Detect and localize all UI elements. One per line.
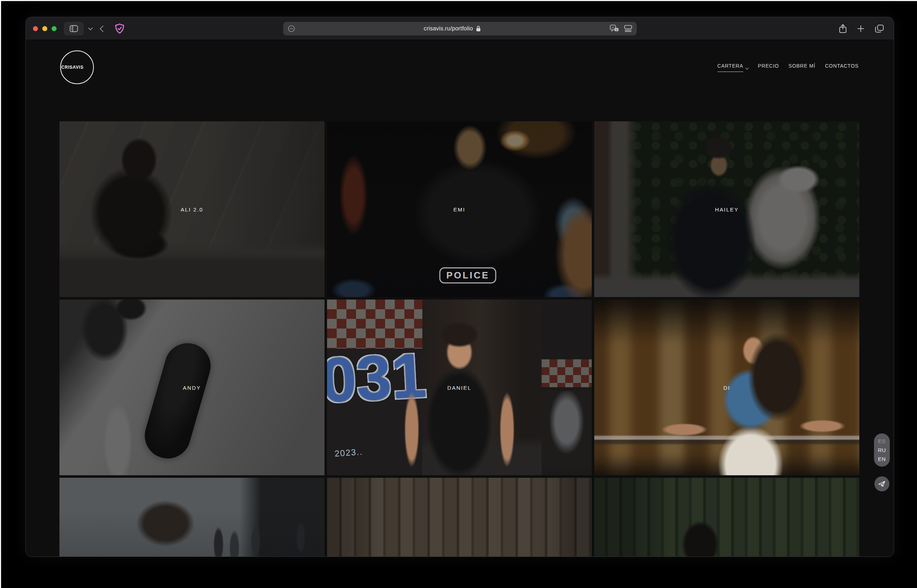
shield-check-icon <box>115 23 125 34</box>
tile-name: EMI <box>327 206 592 212</box>
nav-item-precio[interactable]: PRECIO <box>758 63 779 69</box>
skateboard-shape <box>139 338 216 464</box>
tile-name: ALI 2.0 <box>60 206 324 212</box>
language-option-ru[interactable]: RU <box>878 447 886 453</box>
portfolio-tile-ali[interactable]: ALI 2.0 <box>60 121 324 297</box>
address-bar[interactable]: crisavis.ru/portfolio A 文 <box>283 22 637 36</box>
translate-icon: A 文 <box>609 24 619 33</box>
site-logo-text: CRISAVIS <box>61 65 83 70</box>
zoom-button[interactable] <box>52 26 57 31</box>
toolbar-right-group <box>839 17 885 40</box>
nav-label: PRECIO <box>758 63 779 69</box>
svg-text:文: 文 <box>615 28 618 31</box>
tab-overview-button[interactable] <box>874 24 885 33</box>
window-controls <box>33 26 57 31</box>
screenshot-canvas: crisavis.ru/portfolio A 文 <box>0 0 917 588</box>
nav-item-sobre-mi[interactable]: SOBRE MÍ <box>788 63 815 69</box>
telegram-contact-button[interactable] <box>874 477 889 491</box>
tile-name: ANDY <box>60 384 324 391</box>
portfolio-tile-hailey[interactable]: HAILEY <box>594 121 859 297</box>
reader-format-icon <box>624 25 632 32</box>
portfolio-tile-row3-right[interactable] <box>594 478 859 557</box>
sidebar-icon <box>70 25 78 32</box>
svg-text:A: A <box>611 26 614 29</box>
nav-label: CARTERA <box>718 63 743 72</box>
portfolio-page: CRISAVIS CARTERA PRECIO SOBRE MÍ CONTACT… <box>26 40 894 557</box>
portfolio-tile-emi[interactable]: POLICE EMI <box>327 121 592 297</box>
nav-item-cartera[interactable]: CARTERA <box>718 63 748 72</box>
close-button[interactable] <box>33 26 38 31</box>
language-option-es[interactable]: ES <box>878 438 886 444</box>
photo-text: POLICE <box>439 267 496 283</box>
nav-label: SOBRE MÍ <box>788 63 815 69</box>
sidebar-dropdown-chevron-icon[interactable] <box>88 26 93 31</box>
language-option-en[interactable]: EN <box>878 456 886 462</box>
portfolio-tile-row3-left[interactable] <box>60 478 324 557</box>
tile-name: DI <box>594 384 859 391</box>
browser-toolbar: crisavis.ru/portfolio A 文 <box>26 17 894 40</box>
plus-icon <box>857 24 865 33</box>
nav-item-contactos[interactable]: CONTACTOS <box>825 63 859 69</box>
paper-plane-icon <box>878 480 886 488</box>
lock-icon <box>476 26 481 32</box>
toolbar-left-group <box>64 17 125 40</box>
back-button[interactable] <box>100 26 106 32</box>
portfolio-tile-di[interactable]: DI <box>594 300 859 475</box>
language-switcher: ES RU EN <box>874 433 890 467</box>
sidebar-toggle-button[interactable] <box>64 22 84 36</box>
share-icon <box>839 24 847 34</box>
browser-window: crisavis.ru/portfolio A 文 <box>26 17 894 557</box>
tile-name: HAILEY <box>594 206 859 212</box>
page-menu-button[interactable] <box>287 25 295 32</box>
extension-button[interactable] <box>115 23 125 34</box>
site-logo[interactable]: CRISAVIS <box>60 50 94 84</box>
nav-label: CONTACTOS <box>825 63 859 69</box>
main-nav: CARTERA PRECIO SOBRE MÍ CONTACTOS <box>718 63 859 72</box>
tile-name: DANIEL <box>327 384 592 391</box>
portfolio-grid: ALI 2.0 POLICE EMI HAILEY ANDY 031 202 <box>60 121 859 557</box>
share-button[interactable] <box>839 24 847 34</box>
reader-button[interactable] <box>624 25 632 32</box>
portfolio-tile-row3-middle[interactable] <box>327 478 592 557</box>
new-tab-button[interactable] <box>857 24 865 33</box>
url-text: crisavis.ru/portfolio <box>424 26 473 32</box>
tabs-icon <box>874 24 885 33</box>
portfolio-tile-daniel[interactable]: 031 2023.. DANIEL <box>327 300 592 475</box>
chevron-down-icon <box>745 66 749 70</box>
circled-dash-icon <box>287 25 295 32</box>
minimize-button[interactable] <box>42 26 47 31</box>
portfolio-tile-andy[interactable]: ANDY <box>60 300 324 475</box>
translate-button[interactable]: A 文 <box>609 24 619 33</box>
